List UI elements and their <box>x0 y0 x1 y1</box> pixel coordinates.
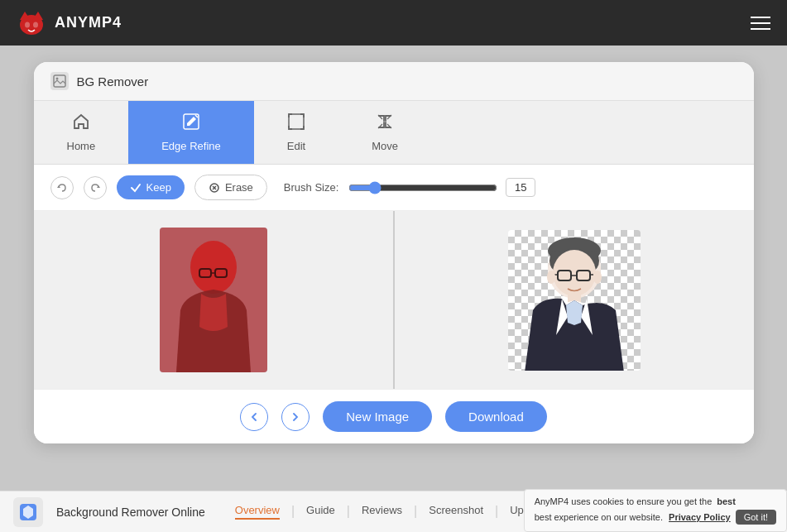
cookie-notice-row1: AnyMP4 uses cookies to ensure you get th… <box>535 496 776 506</box>
tab-bar: Home Edge Refine <box>34 101 754 165</box>
tab-move-label: Move <box>372 140 398 152</box>
svg-point-28 <box>547 271 555 284</box>
svg-rect-5 <box>54 75 65 87</box>
tab-edit[interactable]: Edit <box>254 101 338 164</box>
svg-point-29 <box>593 271 602 284</box>
header: ANYMP4 <box>0 0 787 46</box>
privacy-policy-link[interactable]: Privacy Policy <box>669 512 731 522</box>
redo-button[interactable] <box>84 176 107 199</box>
cookie-exp: best experience on our website. <box>535 512 663 522</box>
footer-app-icon <box>13 497 43 527</box>
erase-button[interactable]: Erase <box>194 175 267 200</box>
footer-nav-overview[interactable]: Overview <box>235 504 280 520</box>
tab-home-label: Home <box>67 140 96 152</box>
footer-app-title: Background Remover Online <box>56 506 205 519</box>
tab-move[interactable]: Move <box>338 101 431 164</box>
footer-nav-reviews[interactable]: Reviews <box>362 504 402 520</box>
transparent-bg-container <box>508 230 641 371</box>
tab-home[interactable]: Home <box>34 101 129 164</box>
cookie-text2: best experience on our website. Privacy … <box>535 512 731 522</box>
toolbar: Keep Erase Brush Size: 15 <box>34 165 754 211</box>
brush-slider-container: 15 <box>348 178 737 197</box>
cookie-best: best <box>717 496 736 506</box>
edit-icon <box>287 113 305 135</box>
prev-icon <box>250 413 258 421</box>
logo-icon <box>17 8 46 38</box>
erase-icon <box>209 182 220 194</box>
svg-point-6 <box>55 78 58 80</box>
svg-point-4 <box>33 22 38 27</box>
keep-button[interactable]: Keep <box>117 175 185 199</box>
footer-nav-screenshot[interactable]: Screenshot <box>429 504 483 520</box>
bg-remover-card: BG Remover Home <box>34 62 754 443</box>
footer-nav-divider-4: | <box>495 504 498 520</box>
edit-svg <box>182 113 200 131</box>
image-icon <box>53 74 66 88</box>
logo: ANYMP4 <box>17 8 122 38</box>
tab-edge-refine-label: Edge Refine <box>161 140 221 152</box>
tab-edge-refine[interactable]: Edge Refine <box>128 101 254 164</box>
original-image-panel <box>34 211 395 389</box>
bottom-bar: New Image Download <box>34 389 754 443</box>
edit-frame-svg <box>287 113 305 131</box>
brush-size-value: 15 <box>506 178 535 197</box>
footer-nav-divider-2: | <box>347 504 350 520</box>
svg-point-3 <box>25 22 30 27</box>
move-svg <box>376 113 394 131</box>
footer-nav-divider-3: | <box>414 504 417 520</box>
card-header: BG Remover <box>34 62 754 101</box>
footer-nav-guide[interactable]: Guide <box>306 504 335 520</box>
brush-size-label: Brush Size: <box>284 181 338 194</box>
undo-icon <box>57 183 67 193</box>
redo-icon <box>90 183 100 193</box>
edge-refine-icon <box>182 113 200 135</box>
card-header-icon <box>50 72 69 90</box>
next-icon <box>291 413 300 421</box>
next-button[interactable] <box>281 403 310 431</box>
download-button[interactable]: Download <box>445 401 547 432</box>
new-image-button[interactable]: New Image <box>323 401 432 432</box>
cookie-notice-row2: best experience on our website. Privacy … <box>535 510 776 525</box>
keep-label: Keep <box>146 181 171 194</box>
card-title: BG Remover <box>77 74 149 89</box>
svg-point-14 <box>190 241 237 294</box>
undo-button[interactable] <box>50 176 74 199</box>
hamburger-menu[interactable] <box>751 17 770 30</box>
footer-icon-svg <box>18 502 38 522</box>
keep-icon <box>130 182 142 194</box>
result-person-image <box>508 230 641 371</box>
got-it-button[interactable]: Got it! <box>736 510 776 525</box>
footer-bar: Background Remover Online Overview | Gui… <box>0 491 787 532</box>
brush-size-slider[interactable] <box>348 181 497 194</box>
prev-button[interactable] <box>240 403 268 431</box>
logo-text: ANYMP4 <box>55 14 122 31</box>
footer-nav-divider-1: | <box>291 504 295 520</box>
tab-edit-label: Edit <box>287 140 305 152</box>
erase-label: Erase <box>225 181 253 194</box>
home-svg <box>72 113 90 131</box>
home-icon <box>72 113 90 135</box>
cookie-text1: AnyMP4 uses cookies to ensure you get th… <box>535 496 713 506</box>
move-icon <box>376 113 394 135</box>
svg-rect-8 <box>289 114 304 129</box>
original-person-image <box>160 228 267 372</box>
cookie-notice: AnyMP4 uses cookies to ensure you get th… <box>524 489 787 532</box>
image-area <box>34 211 754 389</box>
result-image-panel <box>395 211 754 389</box>
main-content: BG Remover Home <box>0 46 787 491</box>
